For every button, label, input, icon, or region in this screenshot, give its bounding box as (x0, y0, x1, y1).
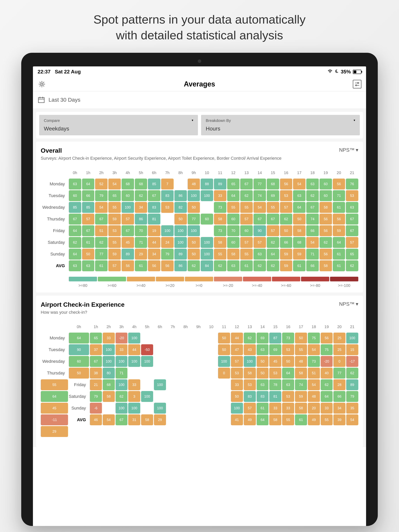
heatmap-cell[interactable]: 62 (346, 368, 358, 379)
heatmap-cell[interactable]: 45 (122, 237, 134, 248)
heatmap-cell[interactable]: 100 (116, 403, 128, 414)
heatmap-cell[interactable]: 58 (295, 403, 307, 414)
heatmap-cell[interactable]: 100 (218, 356, 230, 367)
heatmap-cell[interactable]: 100 (231, 403, 243, 414)
heatmap-cell[interactable]: 55 (321, 414, 333, 425)
heatmap-cell[interactable]: 86 (174, 190, 187, 201)
heatmap-cell[interactable]: 54 (95, 202, 108, 213)
heatmap-cell[interactable]: 100 (244, 356, 256, 367)
heatmap-cell[interactable]: 63 (293, 190, 305, 201)
heatmap-cell[interactable]: 61 (333, 249, 345, 260)
heatmap-cell[interactable]: 51 (95, 225, 108, 236)
heatmap-cell[interactable]: 35 (346, 403, 358, 414)
heatmap-cell[interactable]: 50 (257, 356, 269, 367)
heatmap-cell[interactable]: 57 (82, 214, 95, 225)
heatmap-cell[interactable]: 65 (227, 178, 240, 190)
heatmap-cell[interactable]: 57 (280, 202, 292, 213)
heatmap-cell[interactable]: 100 (174, 225, 187, 236)
heatmap-cell[interactable]: 64 (69, 225, 81, 236)
heatmap-cell[interactable]: 63 (227, 260, 240, 271)
heatmap-cell[interactable]: 67 (90, 356, 102, 367)
heatmap-cell[interactable]: 65 (90, 333, 102, 343)
heatmap-cell[interactable]: 45 (41, 403, 68, 414)
heatmap-cell[interactable]: 66 (306, 225, 319, 236)
heatmap-cell[interactable]: 53 (269, 368, 281, 379)
heatmap-cell[interactable]: 52 (95, 178, 108, 190)
heatmap-cell[interactable]: 100 (154, 379, 166, 390)
heatmap-cell[interactable]: -50 (141, 344, 153, 355)
heatmap-cell[interactable]: 89 (346, 379, 358, 390)
heatmap-cell[interactable]: 65 (346, 249, 358, 260)
heatmap-cell[interactable]: 67 (346, 225, 358, 236)
heatmap-cell[interactable]: 59 (108, 249, 121, 260)
heatmap-cell[interactable]: 77 (95, 249, 108, 260)
heatmap-cell[interactable]: 62 (306, 190, 319, 201)
heatmap-cell[interactable]: 19 (148, 225, 160, 236)
heatmap-cell[interactable]: 53 (282, 391, 294, 402)
heatmap-cell[interactable]: 56 (122, 260, 134, 271)
heatmap-cell[interactable]: 60 (240, 225, 253, 236)
heatmap-cell[interactable]: 55 (214, 249, 226, 260)
heatmap-cell[interactable]: 85 (69, 202, 81, 213)
heatmap-cell[interactable]: 55 (108, 237, 121, 248)
heatmap-cell[interactable]: 56 (280, 178, 292, 190)
heatmap-cell[interactable]: 67 (82, 225, 95, 236)
heatmap-cell[interactable]: 50 (218, 333, 230, 343)
heatmap-cell[interactable]: 15 (346, 344, 358, 355)
heatmap-cell[interactable]: 56 (148, 260, 160, 271)
heatmap-cell[interactable]: 50 (280, 225, 292, 236)
heatmap-cell[interactable]: 63 (82, 260, 95, 271)
heatmap-cell[interactable]: 62 (188, 260, 200, 271)
heatmap-cell[interactable]: 83 (161, 190, 174, 201)
heatmap-cell[interactable]: 21 (90, 379, 102, 390)
heatmap-cell[interactable]: 73 (214, 202, 226, 213)
heatmap-cell[interactable]: 67 (116, 414, 128, 425)
heatmap-cell[interactable]: 75 (321, 344, 333, 355)
heatmap-cell[interactable]: 53 (244, 379, 256, 390)
heatmap-cell[interactable]: 50 (295, 333, 307, 343)
heatmap-cell[interactable]: 63 (257, 344, 269, 355)
heatmap-cell[interactable]: 20 (308, 403, 320, 414)
heatmap-cell[interactable]: 57 (240, 237, 253, 248)
heatmap-cell[interactable]: 58 (320, 260, 332, 271)
heatmap-cell[interactable]: 61 (257, 403, 269, 414)
heatmap-cell[interactable]: 62 (253, 260, 266, 271)
heatmap-cell[interactable]: 60 (201, 214, 213, 225)
heatmap-cell[interactable]: 79 (346, 391, 358, 402)
heatmap-cell[interactable]: 60 (320, 190, 332, 201)
heatmap-cell[interactable]: 50 (188, 237, 200, 248)
heatmap-cell[interactable]: 79 (161, 249, 174, 260)
heatmap-cell[interactable]: 83 (148, 202, 160, 213)
heatmap-cell[interactable]: 71 (116, 368, 128, 379)
heatmap-cell[interactable]: 79 (95, 190, 108, 201)
heatmap-cell[interactable]: 68 (103, 379, 115, 390)
heatmap-cell[interactable]: 60 (320, 178, 332, 190)
heatmap-cell[interactable]: 83 (257, 391, 269, 402)
heatmap-cell[interactable]: 81 (269, 391, 281, 402)
heatmap-cell[interactable]: 57 (240, 214, 253, 225)
heatmap-cell[interactable]: 46 (90, 414, 102, 425)
heatmap-cell[interactable]: 53 (346, 190, 358, 201)
heatmap-cell[interactable]: 29 (41, 426, 68, 437)
heatmap-cell[interactable]: 50 (174, 214, 187, 225)
heatmap-cell[interactable]: 60 (122, 190, 134, 201)
heatmap-cell[interactable]: 86 (174, 260, 187, 271)
heatmap-cell[interactable]: -17 (346, 356, 358, 367)
heatmap-cell[interactable]: 70 (227, 225, 240, 236)
heatmap-cell[interactable]: 100 (201, 237, 213, 248)
heatmap-cell[interactable]: 67 (267, 214, 279, 225)
heatmap-cell[interactable]: 100 (116, 356, 128, 367)
heatmap-cell[interactable]: 55 (41, 379, 68, 390)
heatmap-cell[interactable]: 62 (346, 260, 358, 271)
heatmap-cell[interactable]: 73 (308, 356, 320, 367)
heatmap-cell[interactable]: 100 (174, 237, 187, 248)
compare-select[interactable]: Compare Weekdays ▾ (39, 115, 198, 135)
heatmap-cell[interactable]: 63 (257, 379, 269, 390)
heatmap-cell[interactable]: 53 (282, 344, 294, 355)
heatmap-cell[interactable]: 62 (320, 237, 332, 248)
heatmap-cell[interactable]: 53 (161, 202, 174, 213)
heatmap-cell[interactable]: 56 (320, 249, 332, 260)
heatmap-cell[interactable]: 48 (295, 356, 307, 367)
heatmap-cell[interactable]: 57 (267, 225, 279, 236)
heatmap-cell[interactable]: 48 (308, 391, 320, 402)
